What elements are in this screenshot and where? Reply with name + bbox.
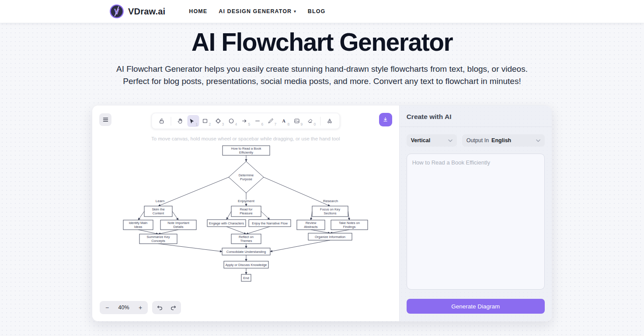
svg-text:Findings: Findings [343, 225, 356, 229]
svg-text:Efficiently: Efficiently [239, 150, 253, 154]
brand-name: VDraw.ai [128, 7, 165, 17]
svg-text:Organize Information: Organize Information [315, 235, 345, 239]
history-controls [152, 301, 181, 314]
svg-text:Details: Details [174, 225, 184, 229]
generate-diagram-button[interactable]: Generate Diagram [407, 299, 545, 314]
svg-text:Summarize Key: Summarize Key [147, 235, 170, 239]
svg-text:Identify Main: Identify Main [129, 221, 148, 225]
svg-text:Ideas: Ideas [134, 225, 143, 229]
svg-text:Concepts: Concepts [151, 239, 165, 243]
svg-text:Consolidate Understanding: Consolidate Understanding [226, 250, 266, 254]
svg-text:Enjoy the Narrative Flow: Enjoy the Narrative Flow [252, 221, 288, 225]
svg-text:Focus on Key: Focus on Key [320, 207, 340, 211]
brand[interactable]: V VDraw.ai [109, 4, 165, 19]
svg-text:Engage with Characters: Engage with Characters [209, 221, 244, 225]
vdraw-logo-icon: V [109, 4, 124, 19]
undo-button[interactable] [154, 302, 166, 313]
redo-icon [170, 304, 177, 311]
redo-button[interactable] [167, 302, 179, 313]
page-title: AI Flowchart Generator [0, 28, 644, 57]
svg-text:Pleasure: Pleasure [240, 211, 253, 215]
svg-text:Sections: Sections [324, 211, 337, 215]
undo-icon [157, 304, 163, 311]
zoom-in-button[interactable]: + [135, 302, 146, 313]
svg-text:Determine: Determine [239, 173, 254, 177]
svg-text:Skim the: Skim the [152, 207, 164, 211]
svg-text:Abstracts: Abstracts [304, 225, 318, 229]
svg-text:Content: Content [153, 211, 164, 215]
zoom-controls: − 40% + [100, 301, 148, 314]
svg-text:Note Important: Note Important [167, 221, 190, 225]
svg-text:End: End [243, 276, 249, 280]
svg-text:Purpose: Purpose [240, 177, 252, 181]
direction-select[interactable]: Vertical [407, 134, 457, 147]
prompt-input[interactable] [407, 154, 545, 290]
svg-text:Take Notes on: Take Notes on [339, 221, 360, 225]
nav-menu: HOME AI DESIGN GENERATOR ▾ BLOG [189, 8, 325, 14]
chevron-down-icon: ▾ [294, 9, 296, 14]
create-with-ai-panel: Create with AI Vertical Output In Englis… [399, 105, 552, 321]
nav-item-ai-design-generator[interactable]: AI DESIGN GENERATOR ▾ [219, 8, 296, 14]
svg-text:Apply or Discuss Knowledge: Apply or Discuss Knowledge [225, 263, 267, 267]
panel-title: Create with AI [400, 105, 552, 127]
svg-text:Read for: Read for [240, 207, 253, 211]
page: V VDraw.ai HOME AI DESIGN GENERATOR ▾ BL… [0, 0, 644, 336]
svg-text:Learn: Learn [156, 199, 164, 203]
hero: AI Flowchart Generator AI Flowchart Gene… [0, 28, 644, 88]
svg-text:Enjoyment: Enjoyment [238, 199, 255, 203]
zoom-level: 40% [118, 304, 129, 311]
chevron-down-icon [448, 139, 453, 142]
svg-text:How to Read a Book: How to Read a Book [231, 147, 261, 150]
app-card: 1 2 3 4 [92, 105, 552, 322]
panel-controls: Vertical Output In English [407, 134, 545, 147]
chevron-down-icon [536, 139, 540, 142]
svg-text:Themes: Themes [240, 239, 252, 243]
top-nav: V VDraw.ai HOME AI DESIGN GENERATOR ▾ BL… [0, 0, 644, 23]
svg-text:Research: Research [323, 199, 338, 203]
page-subtitle: AI Flowchart Generator helps you easily … [0, 63, 644, 88]
nav-item-blog[interactable]: BLOG [308, 8, 326, 14]
drawing-canvas[interactable]: 1 2 3 4 [92, 105, 399, 321]
svg-text:Review: Review [306, 221, 317, 225]
language-select[interactable]: Output In English [462, 134, 545, 147]
svg-text:Reflect on: Reflect on [239, 235, 254, 239]
nav-item-home[interactable]: HOME [189, 8, 207, 14]
zoom-out-button[interactable]: − [101, 302, 113, 313]
flowchart-drawing: How to Read a BookEfficientlyDeterminePu… [92, 105, 399, 321]
